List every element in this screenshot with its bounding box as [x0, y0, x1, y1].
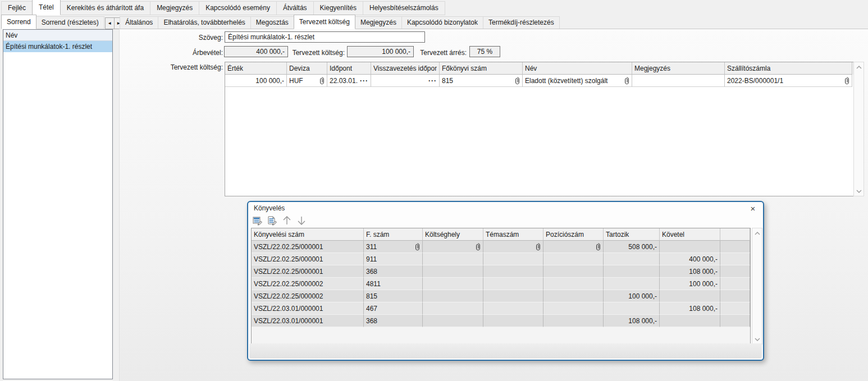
column-header-témaszám[interactable]: Témaszám [483, 228, 543, 241]
column-header-megjegyzés[interactable]: Megjegyzés [632, 62, 725, 75]
edit-document-button[interactable] [267, 215, 278, 226]
table-cell[interactable] [604, 278, 660, 290]
tab-tétel[interactable]: Tétel [32, 0, 61, 15]
tab-kerekítés-és-áthárított-áfa[interactable]: Kerekítés és áthárított áfa [60, 1, 150, 15]
column-header-pozíciószám[interactable]: Pozíciószám [543, 228, 604, 241]
attachment-button[interactable] [319, 77, 325, 85]
table-cell[interactable] [423, 315, 483, 327]
table-cell[interactable]: 400 000,- [660, 253, 720, 265]
subtab-termékdíj-részletezés[interactable]: Termékdíj-részletezés [483, 16, 560, 29]
table-cell[interactable] [720, 265, 750, 278]
table-cell[interactable] [423, 290, 483, 302]
column-header-időpont[interactable]: Időpont [327, 62, 371, 75]
table-cell[interactable] [604, 265, 660, 278]
list-item[interactable]: Építési munkálatok-1. részlet [3, 41, 112, 52]
table-cell[interactable]: VSZL/22.03.01/000001 [252, 302, 364, 315]
subtab-tervezett-költség[interactable]: Tervezett költség [294, 15, 355, 29]
attachment-button[interactable] [415, 243, 420, 251]
table-cell[interactable] [543, 278, 604, 290]
table-cell[interactable] [423, 302, 483, 315]
table-cell[interactable]: 911 [364, 253, 423, 265]
table-cell[interactable] [543, 302, 604, 315]
table-cell[interactable]: 311 [364, 241, 423, 253]
attachment-button[interactable] [844, 77, 849, 85]
table-cell[interactable]: 815 [364, 290, 423, 302]
attachment-button[interactable] [624, 77, 629, 85]
ellipsis-button[interactable]: ··· [428, 77, 437, 85]
table-cell[interactable] [543, 265, 604, 278]
tab-kapcsolódó-esemény[interactable]: Kapcsolódó esemény [199, 1, 277, 15]
table-cell[interactable]: 22.03.01.··· [327, 75, 371, 87]
table-row[interactable]: VSZL/22.02.25/000002815100 000,- [252, 290, 750, 302]
table-cell[interactable] [483, 315, 543, 327]
table-cell[interactable] [543, 315, 604, 327]
tab-megjegyzés[interactable]: Megjegyzés [150, 1, 199, 15]
table-cell[interactable] [423, 241, 483, 253]
subtab-megjegyzés[interactable]: Megjegyzés [355, 16, 402, 29]
table-cell[interactable]: 100 000,- [225, 75, 287, 87]
table-cell[interactable] [543, 290, 604, 302]
table-cell[interactable] [660, 315, 720, 327]
column-header-szállítószámla[interactable]: Szállítószámla [725, 62, 852, 75]
column-header-költséghely[interactable]: Költséghely [423, 228, 483, 241]
table-cell[interactable] [483, 290, 543, 302]
tab-scroll-left-button[interactable]: ◄ [105, 17, 115, 29]
table-cell[interactable] [660, 290, 720, 302]
table-cell[interactable] [483, 265, 543, 278]
table-cell[interactable]: VSZL/22.03.01/000001 [252, 315, 364, 327]
subtab-sorrend[interactable]: Sorrend [1, 15, 36, 29]
attachment-button[interactable] [476, 243, 481, 251]
table-cell[interactable]: 108 000,- [660, 302, 720, 315]
table-cell[interactable]: 368 [364, 265, 423, 278]
attachment-button[interactable] [596, 243, 601, 251]
edit-posting-button[interactable] [252, 215, 263, 226]
scroll-down-button[interactable] [752, 334, 762, 344]
table-cell[interactable] [543, 241, 604, 253]
table-cell[interactable]: ··· [371, 75, 440, 87]
column-header-név[interactable]: Név [523, 62, 632, 75]
table-row[interactable]: VSZL/22.02.25/0000024811100 000,- [252, 278, 750, 290]
table-cell[interactable] [604, 302, 660, 315]
table-cell[interactable]: VSZL/22.02.25/000002 [252, 278, 364, 290]
table-cell[interactable] [483, 241, 543, 253]
close-button[interactable]: × [748, 203, 758, 213]
table-cell[interactable] [720, 290, 750, 302]
table-cell[interactable] [720, 278, 750, 290]
tab-átváltás[interactable]: Átváltás [276, 1, 314, 15]
table-row[interactable]: VSZL/22.02.25/000001911400 000,- [252, 253, 750, 265]
table-cell[interactable]: 368 [364, 315, 423, 327]
table-cell[interactable]: VSZL/22.02.25/000002 [252, 290, 364, 302]
table-cell[interactable] [543, 253, 604, 265]
table-cell[interactable]: 4811 [364, 278, 423, 290]
table-cell[interactable] [483, 278, 543, 290]
table-cell[interactable] [632, 75, 725, 87]
subtab-általános[interactable]: Általános [120, 16, 158, 29]
column-header-követel[interactable]: Követel [660, 228, 720, 241]
table-cell[interactable]: 508 000,- [604, 241, 660, 253]
column-header-érték[interactable]: Érték [225, 62, 287, 75]
table-cell[interactable] [423, 265, 483, 278]
konyveles-scrollbar[interactable] [752, 228, 762, 345]
table-cell[interactable] [720, 241, 750, 253]
tab-kiegyenlítés[interactable]: Kiegyenlítés [313, 1, 363, 15]
tervezett-koltseg-field[interactable] [347, 46, 414, 57]
table-cell[interactable]: 2022-BS/000001/1 [725, 75, 852, 87]
planned-cost-scrollbar[interactable] [853, 62, 864, 196]
table-row[interactable]: VSZL/22.02.25/000001368108 000,- [252, 265, 750, 278]
table-cell[interactable]: 100 000,- [660, 278, 720, 290]
tervezett-arres-field[interactable] [469, 46, 500, 57]
table-cell[interactable] [483, 302, 543, 315]
table-cell[interactable] [483, 253, 543, 265]
table-cell[interactable]: 108 000,- [604, 315, 660, 327]
subtab-sorrend-részletes[interactable]: Sorrend (részletes) [36, 16, 104, 29]
column-header-főkönyvi-szám[interactable]: Főkönyvi szám [440, 62, 523, 75]
table-cell[interactable]: 815 [440, 75, 523, 87]
move-up-button[interactable] [281, 215, 293, 226]
column-header-blank[interactable] [720, 228, 750, 241]
table-cell[interactable]: 100 000,- [604, 290, 660, 302]
ellipsis-button[interactable]: ··· [360, 77, 368, 85]
tab-helyesbítéselszámolás[interactable]: Helyesbítéselszámolás [363, 1, 445, 15]
table-cell[interactable] [423, 278, 483, 290]
column-header-f-szám[interactable]: F. szám [364, 228, 423, 241]
table-row[interactable]: VSZL/22.03.01/000001467108 000,- [252, 302, 750, 315]
